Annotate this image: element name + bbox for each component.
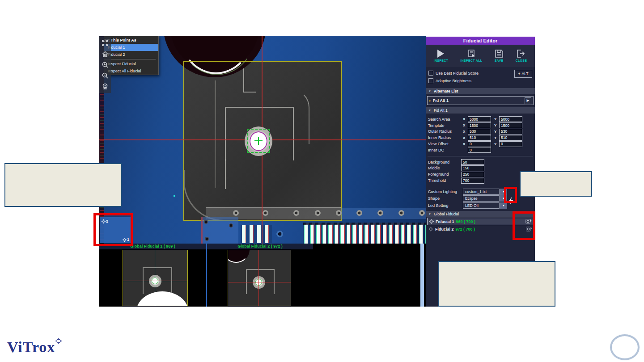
background-input[interactable]: [461, 159, 484, 165]
threshold-input[interactable]: [461, 178, 484, 184]
foreground-input[interactable]: [461, 172, 484, 177]
middle-input[interactable]: [461, 165, 484, 171]
play-icon: [437, 50, 444, 58]
search-area-y-input[interactable]: [499, 116, 522, 122]
use-best-fiducial-score-checkbox[interactable]: [428, 71, 433, 76]
dropdown-label: Custom Lighting: [428, 189, 463, 194]
fullscreen-icon[interactable]: [102, 39, 109, 46]
callout-box-bottom: [438, 261, 555, 307]
zoom-in-icon[interactable]: [102, 61, 109, 68]
thumb-crosshair-h: [228, 282, 291, 282]
param-label: Inner Radius: [428, 135, 463, 140]
annotation-lighting-icons-highlight: [513, 211, 535, 240]
level-label: Foreground: [428, 172, 461, 177]
save-icon: [495, 50, 503, 58]
thumb-crosshair-h: [123, 281, 187, 281]
dropdown-label: Led Setting: [428, 203, 463, 208]
vitrox-logo: ViTrox: [7, 339, 62, 356]
vertical-scrollbar[interactable]: [420, 244, 424, 307]
use-best-fiducial-score-label: Use Best Fiducial Score: [436, 71, 479, 76]
screw-icon: [263, 210, 268, 216]
level-label: Threshold: [428, 178, 461, 183]
thumb-crosshair-v: [155, 250, 155, 306]
template-x-input[interactable]: [468, 122, 491, 128]
fid-alt-run-button[interactable]: ▶: [525, 97, 531, 104]
view-offset-x-input[interactable]: [468, 141, 491, 147]
led-setting-select[interactable]: LED Off: [463, 202, 500, 209]
param-label: Search Area: [428, 117, 463, 122]
callout-box-left: [4, 163, 122, 207]
view-offset-y-input[interactable]: [499, 141, 522, 147]
lighting-settings: Custom Lighting custom_1.txt ▼ Shape Ecl…: [426, 184, 535, 209]
screw-icon: [233, 210, 239, 216]
inspect-button[interactable]: INSPECT: [434, 50, 448, 62]
pcb-camera-view[interactable]: 2 1: [99, 36, 426, 244]
fiducial-thumbnails: Global Fiducial 1 ( 969 ) Global Fiducia…: [99, 244, 426, 307]
screw-icon: [315, 210, 321, 216]
screw-icon: [398, 210, 404, 216]
home-view-icon[interactable]: [102, 51, 109, 58]
thumbnail-separator: [206, 244, 207, 307]
connector-hole: [276, 231, 283, 237]
param-label: Inner DC: [428, 148, 463, 152]
zoom-out-icon[interactable]: [102, 72, 109, 79]
thumbnail-2-title: Global Fiducial 2 ( 972 ): [207, 244, 313, 249]
inner-radius-y-input[interactable]: [499, 135, 522, 141]
shape-select[interactable]: Eclipse: [463, 195, 500, 202]
param-label: Outer Radius: [428, 129, 463, 134]
fid-alt-1-item[interactable]: ▶ Fid Alt 1 ▶: [427, 96, 534, 105]
adaptive-brightness-label: Adaptive Brightness: [436, 79, 471, 83]
target-icon: [429, 219, 434, 224]
annotation-flash-button-highlight: [504, 187, 517, 203]
screw-icon: [356, 210, 362, 216]
fid-alt-1-section-header[interactable]: ▼ Fid Alt 1: [426, 107, 535, 114]
connector-pins-left: [241, 225, 272, 243]
panel-title: Fiducial Editor: [426, 37, 535, 45]
logo-crosshair-icon: [55, 338, 62, 344]
inspect-all-icon: [467, 50, 476, 58]
outer-radius-x-input[interactable]: [468, 129, 491, 135]
template-y-input[interactable]: [499, 122, 522, 128]
collapse-triangle-icon: ▼: [428, 213, 431, 215]
divider: [428, 156, 533, 156]
inspect-all-button[interactable]: INSPECT ALL: [460, 50, 482, 62]
screw-icon: [377, 210, 383, 216]
fiducial-cross: [254, 140, 263, 141]
inner-dc-input[interactable]: [468, 147, 491, 153]
collapse-triangle-icon: ▼: [428, 109, 431, 112]
pin-caps: [303, 223, 426, 225]
close-exit-icon: [517, 50, 525, 58]
plus-icon: +: [518, 72, 521, 76]
thumbnail-1-image[interactable]: [123, 250, 188, 306]
adaptive-brightness-checkbox[interactable]: [428, 78, 433, 83]
thumb-crosshair-v: [258, 250, 259, 306]
editor-options: Use Best Fiducial Score Adaptive Brightn…: [426, 67, 535, 86]
save-button[interactable]: SAVE: [495, 50, 504, 62]
inner-radius-x-input[interactable]: [468, 135, 491, 141]
chevron-down-icon[interactable]: ▼: [500, 202, 507, 209]
screw-rail-blue: [341, 208, 426, 219]
close-button[interactable]: CLOSE: [516, 50, 527, 62]
param-label: View Offset: [428, 142, 463, 146]
editor-toolbar: INSPECT INSPECT ALL SAVE CLOSE: [426, 45, 535, 67]
zoom-region-icon[interactable]: [102, 83, 109, 90]
thumbnail-2-image[interactable]: [228, 250, 291, 306]
annotation-minimap-highlight: [93, 213, 133, 246]
level-label: Background: [428, 160, 461, 164]
small-screw-icon: [204, 220, 208, 224]
outer-radius-y-input[interactable]: [499, 129, 522, 135]
target-icon: [428, 227, 433, 232]
custom-lighting-select[interactable]: custom_1.txt: [463, 189, 500, 195]
screw-icon: [336, 210, 342, 216]
search-area-x-input[interactable]: [468, 116, 491, 122]
alternate-list-header[interactable]: ▼ Alternate List: [426, 88, 535, 94]
level-label: Middle: [428, 166, 461, 170]
add-alt-button[interactable]: + ALT: [514, 70, 532, 78]
small-screw-icon: [205, 237, 209, 241]
param-label: Template: [428, 123, 463, 128]
collapse-triangle-icon: ▼: [428, 90, 431, 93]
callout-box-right: [520, 171, 592, 197]
dropdown-label: Shape: [428, 196, 463, 201]
screw-icon: [419, 210, 425, 216]
level-parameters: Background Middle Foreground Threshold: [426, 157, 535, 184]
